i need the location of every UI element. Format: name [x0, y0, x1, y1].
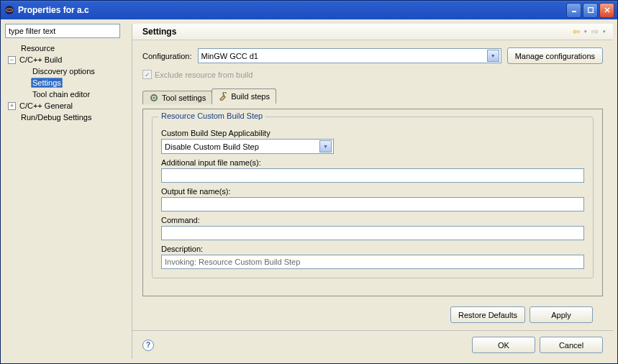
nav-tree: Resource −C/C++ Build Discovery options …: [5, 41, 130, 359]
svg-point-7: [153, 97, 155, 99]
description-label: Description:: [161, 245, 584, 253]
cancel-button[interactable]: Cancel: [540, 337, 603, 353]
titlebar[interactable]: Properties for a.c: [1, 1, 617, 19]
tree-item-cbuild[interactable]: −C/C++ Build: [5, 54, 130, 65]
manage-configurations-button[interactable]: Manage configurations: [507, 47, 603, 64]
expand-icon[interactable]: +: [8, 102, 16, 110]
command-label: Command:: [161, 216, 584, 224]
back-icon[interactable]: ⇦: [573, 27, 580, 37]
sidebar: Resource −C/C++ Build Discovery options …: [5, 24, 130, 359]
apply-button[interactable]: Apply: [530, 306, 593, 323]
applicability-label: Custom Build Step Applicability: [161, 129, 584, 137]
restore-defaults-button[interactable]: Restore Defaults: [450, 306, 525, 323]
exclude-checkbox: ✓ Exclude resource from build: [142, 70, 603, 79]
chevron-down-icon[interactable]: ▼: [487, 50, 499, 62]
configuration-select[interactable]: MinGW GCC d1 ▼: [198, 48, 501, 63]
page-title: Settings: [142, 27, 176, 37]
custom-build-group: Resource Custom Build Step Custom Build …: [152, 117, 594, 278]
minimize-button[interactable]: [566, 3, 581, 18]
svg-rect-2: [572, 11, 576, 12]
outputs-field[interactable]: [161, 197, 584, 211]
maximize-button[interactable]: [583, 3, 598, 18]
tab-bar: Tool settings Build steps: [142, 88, 603, 103]
properties-dialog: Properties for a.c Resource −C/C++ Build…: [0, 0, 618, 364]
tree-item-discovery[interactable]: Discovery options: [5, 65, 130, 77]
checkbox-icon: ✓: [142, 70, 152, 79]
tree-item-toolchain[interactable]: Tool chain editor: [5, 88, 130, 100]
svg-point-0: [5, 6, 14, 14]
description-field[interactable]: [161, 255, 584, 269]
inputs-label: Additional input file name(s):: [161, 158, 584, 167]
inputs-field[interactable]: [161, 168, 584, 183]
command-field[interactable]: [161, 226, 584, 240]
build-steps-panel: Resource Custom Build Step Custom Build …: [142, 109, 603, 296]
ok-button[interactable]: OK: [472, 337, 535, 353]
tab-build-steps[interactable]: Build steps: [212, 88, 276, 104]
group-title: Resource Custom Build Step: [158, 112, 265, 120]
tree-item-rundebug[interactable]: Run/Debug Settings: [5, 112, 130, 123]
tree-item-cgeneral[interactable]: +C/C++ General: [5, 100, 130, 112]
exclude-label: Exclude resource from build: [155, 70, 253, 79]
svg-rect-3: [588, 8, 593, 13]
main-panel: Settings ⇦▾ ⇨▾ Configuration: MinGW GCC …: [132, 24, 613, 359]
help-icon[interactable]: ?: [142, 340, 154, 351]
tree-item-resource[interactable]: Resource: [5, 42, 130, 54]
eclipse-icon: [4, 4, 15, 16]
tree-item-settings[interactable]: Settings: [5, 77, 130, 88]
back-menu-icon[interactable]: ▾: [584, 29, 587, 35]
forward-menu-icon: ▾: [603, 29, 606, 35]
wrench-icon: [218, 91, 228, 101]
collapse-icon[interactable]: −: [8, 56, 16, 64]
dialog-footer: ? OK Cancel: [132, 330, 613, 359]
gear-icon: [149, 93, 159, 103]
close-button[interactable]: [599, 3, 614, 18]
applicability-select[interactable]: Disable Custom Build Step ▼: [161, 139, 334, 154]
section-header: Settings ⇦▾ ⇨▾: [132, 24, 613, 40]
configuration-label: Configuration:: [142, 52, 192, 60]
tab-tool-settings[interactable]: Tool settings: [142, 91, 212, 104]
window-title: Properties for a.c: [18, 5, 566, 15]
outputs-label: Output file name(s):: [161, 187, 584, 196]
chevron-down-icon[interactable]: ▼: [319, 140, 332, 153]
filter-input[interactable]: [5, 24, 120, 38]
forward-icon: ⇨: [591, 27, 599, 37]
